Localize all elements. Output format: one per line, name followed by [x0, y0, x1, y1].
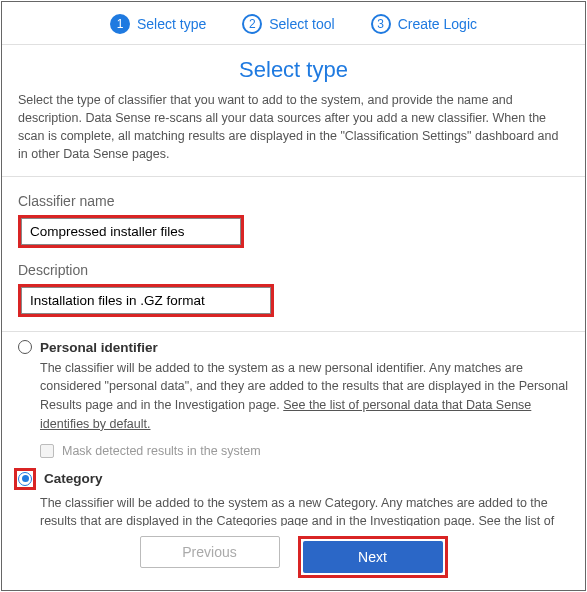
mask-results-label: Mask detected results in the system: [62, 444, 261, 458]
mask-results-row: Mask detected results in the system: [40, 444, 569, 458]
step-1-circle: 1: [110, 14, 130, 34]
classifier-name-input[interactable]: [21, 218, 241, 245]
option-category-title: Category: [44, 471, 103, 486]
radio-category[interactable]: [18, 472, 32, 486]
next-button-highlight: Next: [298, 536, 448, 578]
description-highlight: [18, 284, 274, 317]
stepper: 1 Select type 2 Select tool 3 Create Log…: [2, 2, 585, 45]
mask-results-checkbox[interactable]: [40, 444, 54, 458]
step-2[interactable]: 2 Select tool: [242, 14, 334, 34]
option-category-desc: The classifier will be added to the syst…: [18, 494, 569, 527]
type-options: Personal identifier The classifier will …: [2, 332, 585, 527]
page-title: Select type: [2, 45, 585, 91]
step-3[interactable]: 3 Create Logic: [371, 14, 477, 34]
option-category-desc-text: The classifier will be added to the syst…: [40, 496, 548, 527]
form-area: Classifier name Description: [2, 177, 585, 332]
radio-category-highlight: [14, 468, 36, 490]
classifier-name-label: Classifier name: [18, 193, 569, 209]
step-1[interactable]: 1 Select type: [110, 14, 206, 34]
intro-text: Select the type of classifier that you w…: [2, 91, 585, 177]
step-3-label: Create Logic: [398, 16, 477, 32]
description-label: Description: [18, 262, 569, 278]
option-category: Category The classifier will be added to…: [18, 468, 569, 527]
radio-personal-identifier[interactable]: [18, 340, 32, 354]
option-personal-identifier: Personal identifier The classifier will …: [18, 340, 569, 458]
previous-button[interactable]: Previous: [140, 536, 280, 568]
description-input[interactable]: [21, 287, 271, 314]
classifier-name-highlight: [18, 215, 244, 248]
step-2-circle: 2: [242, 14, 262, 34]
step-2-label: Select tool: [269, 16, 334, 32]
wizard-panel: 1 Select type 2 Select tool 3 Create Log…: [1, 1, 586, 591]
step-3-circle: 3: [371, 14, 391, 34]
footer-buttons: Previous Next: [2, 526, 585, 590]
option-personal-title: Personal identifier: [40, 340, 158, 355]
step-1-label: Select type: [137, 16, 206, 32]
option-personal-desc: The classifier will be added to the syst…: [18, 359, 569, 434]
next-button[interactable]: Next: [303, 541, 443, 573]
